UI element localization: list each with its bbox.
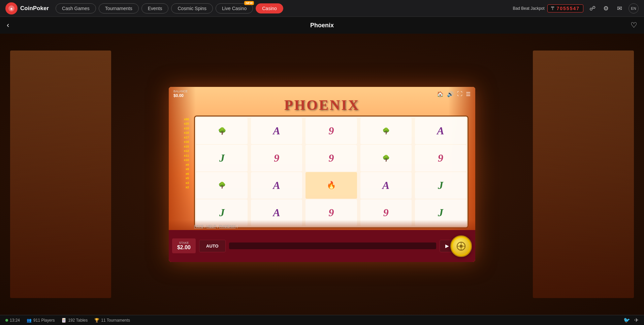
footer-left: 13:24 👥 911 Players 🃏 192 Tables 🏆 11 To… [5,318,130,323]
footer-time-value: 13:24 [10,318,20,323]
symbol-cell: 🌳 [360,118,412,144]
mult-x19: x19 [184,126,189,131]
chat-icon[interactable]: ☍ [588,4,597,13]
logo-icon: ♠ [5,2,18,14]
balance-value: $0.00 [173,93,188,99]
game-bottom-bar: STAKE $2.00 AUTO ▶ TURBO [169,230,475,262]
sound-icon[interactable]: 🔊 [447,91,454,97]
mult-x15: x15 [184,144,189,149]
twitter-icon[interactable]: 🐦 [623,317,630,323]
logo-area: ♠ CoinPoker [5,2,49,14]
favorite-button[interactable]: ♡ [631,21,637,30]
footer-tables: 🃏 192 Tables [61,318,88,323]
reels-area: 🌳 J 🌳 J A 9 A A 9 9 🔥 9 🌳 🌳 [194,116,469,228]
players-icon: 👥 [27,318,32,323]
mult-x17: x17 [184,135,189,140]
footer-right: 🐦 ✈ [623,317,639,323]
reel-5: A 9 J J [414,117,468,227]
balance-display: BALANCE $0.00 [173,90,188,99]
reel-1: 🌳 J 🌳 J [195,117,249,227]
phoenix-link[interactable]: PHOENIX [219,224,236,228]
home-icon[interactable]: 🏠 [437,91,444,97]
spin-button[interactable] [450,235,472,257]
help-link[interactable]: HELP [206,224,216,228]
game-title: Phoenix [310,22,334,29]
phoenix-separator: | [237,224,238,228]
mult-x2: x2 [186,185,189,190]
new-badge: NEW [244,1,254,5]
symbol-cell: A [251,199,302,226]
tables-icon: 🃏 [61,318,66,323]
bg-left-scene [10,51,111,298]
logo-text: CoinPoker [20,5,49,12]
tab-events[interactable]: Events [141,3,169,13]
tables-count: 192 Tables [68,318,88,323]
svg-text:♠: ♠ [10,6,13,11]
language-button[interactable]: EN [629,3,639,13]
footer-time: 13:24 [5,318,20,323]
header-right: Bad Beat Jackpot ₸ 7055547 ☍ ⚙ ✉ EN [513,3,639,13]
footer-bar: 13:24 👥 911 Players 🃏 192 Tables 🏆 11 To… [0,315,644,325]
mult-x9: x9 [186,163,189,167]
pays-link[interactable]: PAYS [194,224,203,228]
tab-live-casino[interactable]: Live Casino NEW [216,3,253,13]
symbol-cell: 9 [305,199,357,226]
tournaments-count: 11 Tournaments [101,318,130,323]
jackpot-value: ₸ 7055547 [547,4,583,12]
mult-x10: x10 [184,158,189,163]
telegram-icon[interactable]: ✈ [634,317,639,323]
reel-3: 9 9 🔥 9 [304,117,358,227]
svg-point-3 [459,245,463,248]
symbol-cell: J [196,145,248,171]
mult-x18: x18 [184,131,189,135]
reel-4: 🌳 🌳 A 9 [359,117,413,227]
stake-display: STAKE $2.00 [172,238,196,253]
balance-label: BALANCE [173,90,188,94]
auto-button[interactable]: AUTO [199,240,226,252]
back-button[interactable]: ‹ [7,21,9,30]
symbol-cell: A [360,172,412,199]
symbol-cell: 🌳 [196,172,248,199]
mult-x3: x3 [186,181,189,186]
mult-x16: x16 [184,140,189,144]
tab-tournaments[interactable]: Tournaments [99,3,139,13]
symbol-cell: A [251,172,302,199]
symbol-cell: 🌳 [360,145,412,171]
bg-right-scene [533,51,634,298]
mult-x5: x5 [186,176,189,181]
tab-casino[interactable]: Casino [256,3,283,13]
reel-2: A 9 A A [250,117,303,227]
fullscreen-icon[interactable]: ⛶ [457,91,462,97]
symbol-cell: A [251,118,302,144]
symbol-cell: A [415,118,466,144]
nav-tabs: Cash Games Tournaments Events Cosmic Spi… [56,3,513,13]
header: ♠ CoinPoker Cash Games Tournaments Event… [0,0,644,17]
tournaments-icon: 🏆 [94,318,99,323]
tab-cosmic-spins[interactable]: Cosmic Spins [171,3,213,13]
mail-icon[interactable]: ✉ [615,4,624,13]
phoenix-game-title: PHOENIX [284,97,360,113]
tab-cash-games[interactable]: Cash Games [56,3,96,13]
stake-label: STAKE [176,241,192,245]
spin-progress-bar [229,242,436,249]
symbol-cell: 9 [305,145,357,171]
settings-icon[interactable]: ⚙ [602,4,610,13]
pays-bar: PAYS | HELP | PHOENIX | [194,224,238,228]
jackpot-label: Bad Beat Jackpot [513,6,545,11]
players-count: 911 Players [33,318,55,323]
symbol-cell: 9 [251,145,302,171]
stake-value: $2.00 [176,245,192,251]
mult-x20: x20 [184,122,189,126]
symbol-cell: 9 [305,118,357,144]
mult-x12: x12 [184,149,189,154]
mult-x6: x6 [186,172,189,176]
mult-x88: x88 [184,117,189,122]
game-title-bar: ‹ Phoenix ♡ [0,17,644,34]
symbol-cell: 9 [360,199,412,226]
symbol-cell: J [415,199,466,226]
footer-tournaments: 🏆 11 Tournaments [94,318,130,323]
menu-icon[interactable]: ☰ [466,91,471,97]
jackpot-area: Bad Beat Jackpot ₸ 7055547 [513,4,583,12]
mult-x11: x11 [184,154,189,158]
spin-button-inner [453,238,470,255]
